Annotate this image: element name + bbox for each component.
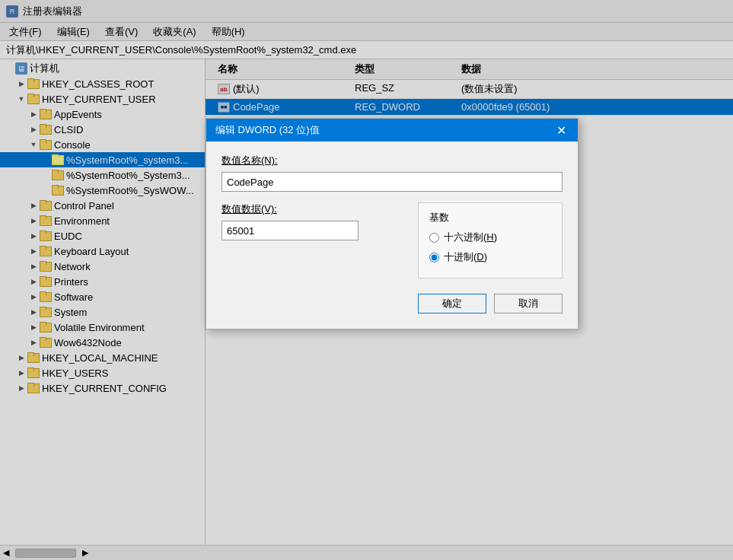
dialog-buttons: 确定 取消 (221, 294, 562, 313)
dialog-left-section: 数值数据(V): (221, 202, 406, 240)
dialog-title-label: 编辑 DWORD (32 位)值 (215, 123, 320, 137)
radio-dec-label: 十进制(D) (444, 250, 487, 264)
base-group-title: 基数 (429, 211, 551, 224)
cancel-button[interactable]: 取消 (494, 294, 562, 313)
dialog-close-button[interactable]: ✕ (553, 123, 569, 138)
name-input[interactable] (221, 172, 562, 192)
dialog-data-row: 数值数据(V): 基数 十六进制(H) 十进制( (221, 202, 562, 278)
radio-hex-input[interactable] (429, 233, 439, 243)
radio-dec-input[interactable] (429, 253, 439, 262)
base-group: 基数 十六进制(H) 十进制(D) (418, 202, 562, 278)
radio-hex-label: 十六进制(H) (444, 231, 497, 244)
dialog-title-bar: 编辑 DWORD (32 位)值 ✕ (206, 119, 578, 142)
data-input[interactable] (221, 221, 359, 240)
radio-dec[interactable]: 十进制(D) (429, 250, 551, 264)
dialog-overlay: 编辑 DWORD (32 位)值 ✕ 数值名称(N): 数值数据(V): 基数 (0, 0, 733, 560)
edit-dword-dialog: 编辑 DWORD (32 位)值 ✕ 数值名称(N): 数值数据(V): 基数 (206, 118, 578, 329)
dialog-body: 数值名称(N): 数值数据(V): 基数 十六进制(H) (206, 142, 578, 329)
radio-hex[interactable]: 十六进制(H) (429, 231, 551, 244)
data-field-label: 数值数据(V): (221, 202, 406, 216)
ok-button[interactable]: 确定 (418, 294, 486, 313)
name-field-label: 数值名称(N): (221, 154, 562, 167)
